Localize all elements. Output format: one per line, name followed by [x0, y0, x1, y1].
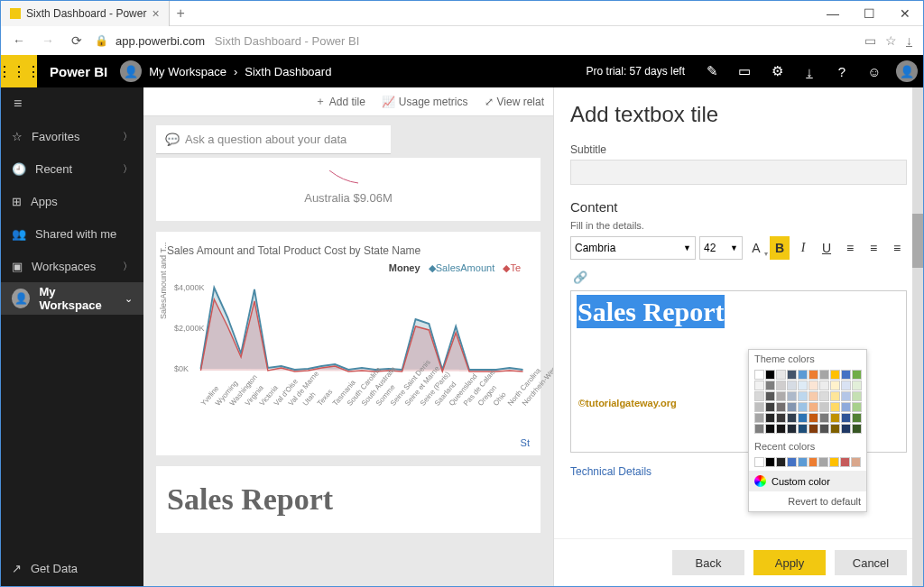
- color-swatch[interactable]: [776, 413, 786, 423]
- url-field[interactable]: app.powerbi.com Sixth Dashboard - Power …: [116, 34, 857, 48]
- color-swatch[interactable]: [808, 424, 818, 434]
- edit-icon[interactable]: ✎: [696, 55, 728, 87]
- help-icon[interactable]: ?: [826, 55, 858, 87]
- hamburger-icon[interactable]: ≡: [1, 87, 143, 120]
- back-button[interactable]: ←: [8, 30, 30, 51]
- color-swatch[interactable]: [798, 413, 808, 423]
- nav-favorites[interactable]: ☆ Favorites 〉: [1, 120, 143, 152]
- color-swatch[interactable]: [776, 391, 786, 401]
- color-swatch[interactable]: [754, 370, 764, 380]
- color-swatch[interactable]: [830, 370, 840, 380]
- color-swatch[interactable]: [754, 424, 764, 434]
- view-related-button[interactable]: ⤢View relat: [485, 96, 544, 108]
- color-swatch[interactable]: [819, 391, 829, 401]
- align-left-button[interactable]: ≡: [864, 236, 883, 260]
- color-swatch[interactable]: [852, 391, 862, 401]
- usage-metrics-button[interactable]: 📈Usage metrics: [382, 96, 468, 108]
- hyperlink-button[interactable]: 🔗: [570, 267, 590, 287]
- color-swatch[interactable]: [765, 381, 775, 390]
- color-swatch[interactable]: [808, 402, 818, 412]
- nav-workspaces[interactable]: ▣ Workspaces 〉: [1, 250, 143, 282]
- color-swatch[interactable]: [765, 402, 775, 412]
- nav-my-workspace[interactable]: 👤 My Workspace ⌄: [1, 282, 143, 315]
- font-color-button[interactable]: A: [746, 236, 766, 260]
- align-center-button[interactable]: ≡: [840, 236, 860, 260]
- color-swatch[interactable]: [851, 457, 861, 467]
- color-swatch[interactable]: [787, 381, 797, 390]
- color-swatch[interactable]: [808, 413, 818, 423]
- app-launcher-icon[interactable]: ⋮⋮⋮: [1, 55, 37, 87]
- color-swatch[interactable]: [852, 370, 862, 380]
- color-swatch[interactable]: [798, 391, 808, 401]
- color-swatch[interactable]: [798, 424, 808, 434]
- color-swatch[interactable]: [841, 370, 851, 380]
- color-swatch[interactable]: [852, 413, 862, 423]
- favorite-icon[interactable]: ☆: [885, 33, 897, 48]
- color-swatch[interactable]: [787, 457, 797, 467]
- download-icon[interactable]: ↓: [906, 33, 912, 48]
- tile-sales-report[interactable]: Sales Report: [156, 466, 541, 533]
- breadcrumb-current[interactable]: Sixth Dashboard: [245, 65, 331, 78]
- color-swatch[interactable]: [765, 424, 775, 434]
- color-swatch[interactable]: [852, 424, 862, 434]
- nav-shared[interactable]: 👥 Shared with me: [1, 217, 143, 250]
- align-right-button[interactable]: ≡: [887, 236, 907, 260]
- italic-button[interactable]: I: [793, 236, 813, 260]
- color-swatch[interactable]: [830, 413, 840, 423]
- nav-apps[interactable]: ⊞ Apps: [1, 185, 143, 217]
- color-swatch[interactable]: [776, 457, 786, 467]
- color-swatch[interactable]: [787, 402, 797, 412]
- color-swatch[interactable]: [754, 413, 764, 423]
- color-swatch[interactable]: [830, 424, 840, 434]
- color-swatch[interactable]: [840, 457, 850, 467]
- color-swatch[interactable]: [841, 402, 851, 412]
- vertical-scrollbar[interactable]: [912, 87, 923, 586]
- color-swatch[interactable]: [841, 413, 851, 423]
- color-swatch[interactable]: [776, 370, 786, 380]
- reading-view-icon[interactable]: ▭: [864, 33, 876, 48]
- color-swatch[interactable]: [798, 381, 808, 390]
- size-select[interactable]: 42▼: [699, 236, 743, 260]
- feedback-icon[interactable]: ☺: [858, 55, 891, 87]
- profile-avatar[interactable]: 👤: [891, 55, 923, 87]
- apply-button[interactable]: Apply: [753, 550, 826, 575]
- color-swatch[interactable]: [765, 457, 775, 467]
- color-swatch[interactable]: [754, 381, 764, 390]
- color-swatch[interactable]: [841, 381, 851, 390]
- color-swatch[interactable]: [841, 391, 851, 401]
- forward-button[interactable]: →: [37, 30, 59, 51]
- color-swatch[interactable]: [830, 402, 840, 412]
- color-swatch[interactable]: [776, 381, 786, 390]
- color-swatch[interactable]: [819, 370, 829, 380]
- qna-input[interactable]: 💬 Ask a question about your data: [156, 125, 391, 154]
- get-data-button[interactable]: ↗ Get Data: [1, 550, 143, 586]
- color-swatch[interactable]: [819, 424, 829, 434]
- window-close-button[interactable]: ✕: [887, 1, 923, 26]
- subtitle-input[interactable]: [570, 160, 907, 185]
- color-swatch[interactable]: [818, 457, 828, 467]
- color-swatch[interactable]: [754, 402, 764, 412]
- color-swatch[interactable]: [787, 424, 797, 434]
- color-swatch[interactable]: [830, 381, 840, 390]
- color-swatch[interactable]: [787, 391, 797, 401]
- scrollbar-thumb[interactable]: [912, 214, 923, 268]
- color-swatch[interactable]: [830, 391, 840, 401]
- color-swatch[interactable]: [808, 381, 818, 390]
- color-swatch[interactable]: [776, 424, 786, 434]
- color-swatch[interactable]: [765, 370, 775, 380]
- refresh-button[interactable]: ⟳: [66, 30, 88, 51]
- color-swatch[interactable]: [754, 457, 764, 467]
- color-swatch[interactable]: [808, 391, 818, 401]
- tile-australia[interactable]: Australia $9.06M: [156, 158, 541, 221]
- color-swatch[interactable]: [829, 457, 839, 467]
- back-button[interactable]: Back: [672, 550, 744, 575]
- color-swatch[interactable]: [852, 381, 862, 390]
- color-swatch[interactable]: [754, 391, 764, 401]
- revert-default-button[interactable]: Revert to default: [749, 491, 866, 511]
- color-swatch[interactable]: [798, 370, 808, 380]
- bold-button[interactable]: B: [770, 236, 790, 260]
- color-swatch[interactable]: [798, 402, 808, 412]
- color-swatch[interactable]: [808, 457, 818, 467]
- settings-icon[interactable]: ⚙: [761, 55, 793, 87]
- font-select[interactable]: Cambria▼: [570, 236, 696, 260]
